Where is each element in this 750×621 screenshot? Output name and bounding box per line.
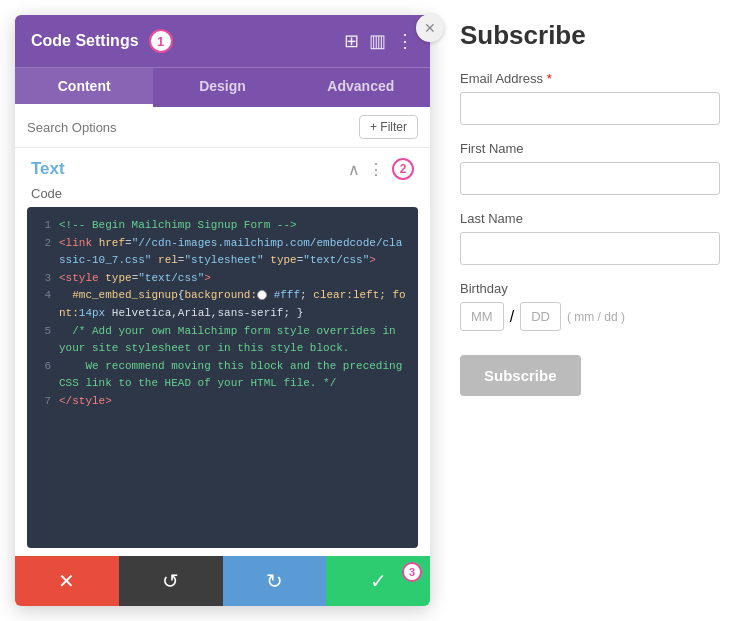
collapse-icon[interactable]: ∧ bbox=[348, 160, 360, 179]
section-more-icon[interactable]: ⋮ bbox=[368, 160, 384, 179]
undo-button[interactable]: ↺ bbox=[119, 556, 223, 606]
birthday-hint: ( mm / dd ) bbox=[567, 310, 625, 324]
birthday-mm[interactable]: MM bbox=[460, 302, 504, 331]
page-wrapper: Code Settings 1 ⊞ ▥ ⋮ Content Design Adv… bbox=[0, 0, 750, 621]
subscribe-title: Subscribe bbox=[460, 20, 720, 51]
code-line-1: 1 <!-- Begin Mailchimp Signup Form --> bbox=[37, 217, 408, 235]
cancel-button[interactable]: ✕ bbox=[15, 556, 119, 606]
bottom-bar: ✕ ↺ ↻ ✓ 3 bbox=[15, 556, 430, 606]
confirm-button[interactable]: ✓ 3 bbox=[326, 556, 430, 606]
birthday-group: Birthday MM / DD ( mm / dd ) bbox=[460, 281, 720, 331]
badge-3: 3 bbox=[402, 562, 422, 582]
more-icon[interactable]: ⋮ bbox=[396, 30, 414, 52]
last-name-group: Last Name bbox=[460, 211, 720, 265]
panel-header: Code Settings 1 ⊞ ▥ ⋮ bbox=[15, 15, 430, 67]
left-panel: Code Settings 1 ⊞ ▥ ⋮ Content Design Adv… bbox=[15, 15, 430, 606]
split-icon[interactable]: ▥ bbox=[369, 30, 386, 52]
required-star: * bbox=[547, 71, 552, 86]
birthday-row: MM / DD ( mm / dd ) bbox=[460, 302, 720, 331]
email-input[interactable] bbox=[460, 92, 720, 125]
section-controls: ∧ ⋮ 2 bbox=[348, 158, 414, 180]
email-label: Email Address * bbox=[460, 71, 720, 86]
birthday-dd[interactable]: DD bbox=[520, 302, 561, 331]
section-title: Text bbox=[31, 159, 65, 179]
badge-2: 2 bbox=[392, 158, 414, 180]
code-line-5: 5 /* Add your own Mailchimp form style o… bbox=[37, 323, 408, 358]
code-editor[interactable]: 1 <!-- Begin Mailchimp Signup Form --> 2… bbox=[27, 207, 418, 548]
tab-advanced[interactable]: Advanced bbox=[292, 68, 430, 107]
first-name-group: First Name bbox=[460, 141, 720, 195]
search-row: + Filter bbox=[15, 107, 430, 148]
close-button[interactable]: ✕ bbox=[416, 14, 444, 42]
search-input[interactable] bbox=[27, 120, 351, 135]
first-name-label: First Name bbox=[460, 141, 720, 156]
panel-title: Code Settings bbox=[31, 32, 139, 50]
badge-1: 1 bbox=[149, 29, 173, 53]
expand-icon[interactable]: ⊞ bbox=[344, 30, 359, 52]
tab-content[interactable]: Content bbox=[15, 68, 153, 107]
panel-title-group: Code Settings 1 bbox=[31, 29, 173, 53]
subscribe-button[interactable]: Subscribe bbox=[460, 355, 581, 396]
code-line-7: 7 </style> bbox=[37, 393, 408, 411]
filter-button[interactable]: + Filter bbox=[359, 115, 418, 139]
first-name-input[interactable] bbox=[460, 162, 720, 195]
tabs-row: Content Design Advanced bbox=[15, 67, 430, 107]
birthday-label: Birthday bbox=[460, 281, 720, 296]
code-line-2: 2 <link href="//cdn-images.mailchimp.com… bbox=[37, 235, 408, 270]
right-panel: ✕ Subscribe Email Address * First Name L… bbox=[430, 0, 750, 621]
redo-button[interactable]: ↻ bbox=[223, 556, 327, 606]
code-line-6: 6 We recommend moving this block and the… bbox=[37, 358, 408, 393]
email-group: Email Address * bbox=[460, 71, 720, 125]
header-icons: ⊞ ▥ ⋮ bbox=[344, 30, 414, 52]
field-label: Code bbox=[15, 186, 430, 207]
code-line-4: 4 #mc_embed_signup{background: #fff; cle… bbox=[37, 287, 408, 322]
last-name-label: Last Name bbox=[460, 211, 720, 226]
last-name-input[interactable] bbox=[460, 232, 720, 265]
code-line-3: 3 <style type="text/css"> bbox=[37, 270, 408, 288]
tab-design[interactable]: Design bbox=[153, 68, 291, 107]
section-header: Text ∧ ⋮ 2 bbox=[15, 148, 430, 186]
